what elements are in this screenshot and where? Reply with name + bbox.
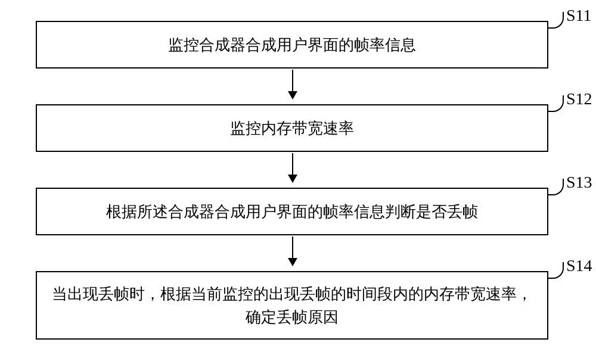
step-box-s14: 当出现丢帧时，根据当前监控的出现丢帧的时间段内的内存带宽速率，确定丢帧原因 (36, 271, 548, 340)
step-label-s13: S13 (566, 173, 592, 192)
flowchart-container: 监控合成器合成用户界面的帧率信息 S11 监控内存带宽速率 S12 根据所述合成… (0, 0, 596, 364)
step-box-s12: 监控内存带宽速率 (36, 104, 548, 152)
step-text: 监控合成器合成用户界面的帧率信息 (168, 33, 416, 57)
step-text: 监控内存带宽速率 (230, 117, 354, 140)
step-text: 当出现丢帧时，根据当前监控的出现丢帧的时间段内的内存带宽速率，确定丢帧原因 (49, 282, 535, 329)
label-connector (548, 179, 564, 195)
arrow-down-icon (292, 70, 293, 98)
step-label-s12: S12 (566, 89, 592, 108)
arrow-down-icon (292, 153, 293, 182)
step-label-s14: S14 (566, 256, 592, 275)
step-label-s11: S11 (566, 6, 592, 25)
label-connector (548, 12, 564, 29)
step-box-s11: 监控合成器合成用户界面的帧率信息 (36, 21, 548, 69)
step-text: 根据所述合成器合成用户界面的帧率信息判断是否丢帧 (106, 200, 478, 223)
step-box-s13: 根据所述合成器合成用户界面的帧率信息判断是否丢帧 (36, 188, 548, 235)
label-connector (548, 95, 564, 112)
label-connector (548, 262, 564, 279)
arrow-down-icon (292, 237, 293, 265)
